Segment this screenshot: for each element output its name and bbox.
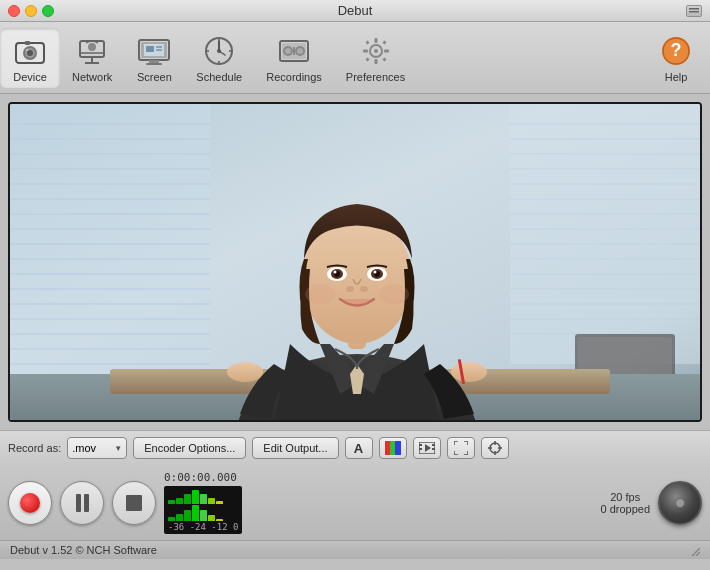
resize-grip-icon [688,544,700,556]
format-select[interactable]: .mov ▼ [67,437,127,459]
resize-control[interactable] [686,5,702,17]
svg-rect-18 [146,46,154,52]
svg-rect-45 [382,57,386,61]
svg-rect-7 [25,41,30,45]
color-icon [385,441,401,455]
toolbar-item-help[interactable]: ? Help [642,28,710,88]
expand-icon [454,441,468,455]
svg-rect-1 [689,11,699,13]
toolbar-item-preferences[interactable]: Preferences [334,28,417,88]
window-control-right [686,5,702,17]
time-display: 0:00:00.000 [164,471,237,484]
status-text: Debut v 1.52 © NCH Software [10,544,157,556]
record-button[interactable] [8,481,52,525]
toolbar-item-recordings[interactable]: Recordings [254,28,334,88]
svg-rect-111 [419,444,422,446]
network-label: Network [72,71,112,83]
crosshair-icon [488,441,502,455]
svg-point-37 [374,49,378,53]
svg-rect-19 [156,46,162,48]
toolbar-item-screen[interactable]: Screen [124,28,184,88]
close-button[interactable] [8,5,20,17]
svg-rect-39 [374,59,377,64]
camera-icon [12,33,48,69]
svg-point-34 [297,48,303,54]
svg-rect-68 [510,104,700,364]
dropped-value: 0 dropped [600,503,650,515]
svg-rect-109 [395,441,401,455]
record-dot-icon [20,493,40,513]
svg-rect-15 [149,60,159,63]
svg-rect-38 [374,38,377,43]
preferences-label: Preferences [346,71,405,83]
schedule-label: Schedule [196,71,242,83]
svg-point-5 [27,50,33,56]
svg-point-90 [227,362,263,382]
svg-rect-16 [146,63,162,65]
svg-point-103 [360,286,368,292]
resize-grip[interactable] [688,544,700,556]
window-title: Debut [338,3,373,18]
transport-bar: 0:00:00.000 -36 -24 -12 [0,465,710,540]
help-icon: ? [658,33,694,69]
toolbar-item-device[interactable]: Device [0,28,60,88]
svg-rect-35 [293,47,295,55]
svg-point-91 [451,362,487,382]
preferences-icon [358,33,394,69]
svg-rect-40 [363,49,368,52]
window-controls[interactable] [8,5,54,17]
video-scene [10,104,700,420]
network-icon [74,33,110,69]
video-preview [8,102,702,422]
fps-value: 20 fps [600,491,650,503]
fps-display: 20 fps 0 dropped [600,491,650,515]
svg-rect-20 [156,49,162,51]
vu-scale: -36 -24 -12 0 [168,522,238,532]
edit-output-button[interactable]: Edit Output... [252,437,338,459]
svg-point-6 [26,49,28,51]
record-as-label: Record as: [8,442,61,454]
pause-icon [76,494,89,512]
svg-rect-113 [432,444,435,446]
video-settings-button[interactable] [413,437,441,459]
stop-icon [126,495,142,511]
svg-point-105 [379,284,409,304]
svg-rect-44 [365,57,369,61]
device-label: Device [13,71,47,83]
recordings-label: Recordings [266,71,322,83]
svg-line-121 [692,548,700,556]
pause-button[interactable] [60,481,104,525]
svg-point-102 [346,286,354,292]
minimize-button[interactable] [25,5,37,17]
title-bar: Debut [0,0,710,22]
encoder-options-button[interactable]: Encoder Options... [133,437,246,459]
color-display-button[interactable] [379,437,407,459]
expand-button[interactable] [447,437,475,459]
svg-rect-41 [384,49,389,52]
crosshair-button[interactable] [481,437,509,459]
svg-point-12 [88,43,96,51]
film-icon [419,442,435,454]
svg-point-104 [305,284,335,304]
stop-button[interactable] [112,481,156,525]
svg-rect-112 [419,448,422,450]
status-bar: Debut v 1.52 © NCH Software [0,540,710,559]
svg-rect-0 [689,8,699,10]
schedule-icon [201,33,237,69]
toolbar-item-network[interactable]: Network [60,28,124,88]
svg-point-32 [285,48,291,54]
svg-text:?: ? [671,40,682,60]
maximize-button[interactable] [42,5,54,17]
svg-rect-114 [432,448,435,450]
svg-rect-42 [365,40,369,44]
help-label: Help [665,71,688,83]
controls-bar: Record as: .mov ▼ Encoder Options... Edi… [0,430,710,465]
video-content [10,104,700,420]
vu-meter-area: 0:00:00.000 -36 -24 -12 [164,471,592,534]
svg-point-101 [374,271,377,274]
screen-icon [136,33,172,69]
svg-rect-108 [390,441,395,455]
svg-rect-43 [382,40,386,44]
toolbar-item-schedule[interactable]: Schedule [184,28,254,88]
text-overlay-button[interactable]: A [345,437,373,459]
